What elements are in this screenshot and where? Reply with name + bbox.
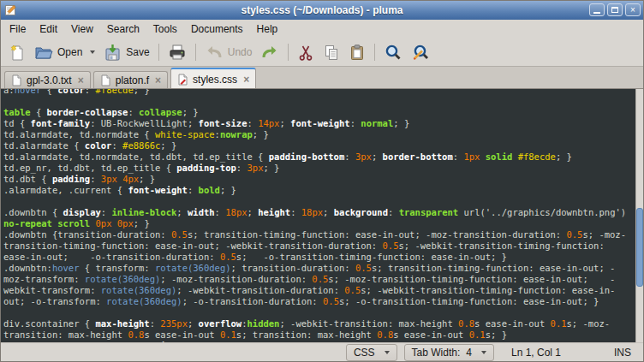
title-bar[interactable]: styles.css (~/Downloads) - pluma × (1, 1, 643, 20)
pluma-window: styles.css (~/Downloads) - pluma × File … (0, 0, 644, 362)
chevron-down-icon (481, 351, 486, 354)
code-line: transition: max-height 0.8s ease-in-out … (3, 329, 635, 341)
editor: a:hover { color: #f8ecde; }table { borde… (1, 88, 643, 342)
document-icon (100, 74, 111, 86)
tab-platon-f[interactable]: platon.f × (93, 71, 168, 88)
code-line: out; -o-transform: rotate(360deg); -o-tr… (3, 296, 635, 307)
close-icon: × (630, 6, 635, 15)
tab-gpl-3-0-txt[interactable]: gpl-3.0.txt × (4, 71, 91, 88)
menu-bar: File Edit View Search Tools Documents He… (1, 20, 643, 39)
code-line (3, 96, 635, 107)
document-modified-icon (177, 74, 188, 86)
copy-button[interactable] (319, 42, 344, 63)
tab-label: platon.f (116, 74, 149, 86)
document-icon (11, 74, 22, 86)
menu-file[interactable]: File (3, 21, 33, 38)
language-label: CSS (354, 347, 375, 359)
replace-button[interactable] (407, 42, 434, 63)
code-line: td.alarmdate, td.normdate, td.dbt, td.ep… (3, 151, 635, 163)
menu-help[interactable]: Help (250, 21, 285, 38)
minimize-button[interactable] (589, 3, 605, 16)
open-dropdown-chevron-icon[interactable] (90, 50, 95, 54)
maximize-button[interactable] (607, 3, 623, 16)
maximize-icon (611, 7, 618, 13)
toolbar-separator (374, 44, 375, 61)
tab-width-label: Tab Width: (412, 347, 461, 359)
tab-label: gpl-3.0.txt (27, 74, 72, 86)
text-view[interactable]: a:hover { color: #f8ecde; }table { borde… (1, 89, 635, 342)
tab-styles-css[interactable]: styles.css × (170, 68, 256, 88)
menu-documents[interactable]: Documents (184, 21, 250, 38)
open-button[interactable]: Open (30, 42, 99, 62)
open-button-label: Open (57, 46, 82, 58)
code-line (3, 196, 635, 207)
print-button[interactable] (164, 42, 191, 62)
paste-button[interactable] (344, 42, 370, 63)
insert-mode-indicator: INS (614, 347, 631, 359)
code-line: webkit-transform: rotate(360deg); -webki… (3, 285, 635, 296)
paste-clipboard-icon (349, 44, 366, 62)
search-icon (384, 44, 402, 62)
code-line: td.ep_nr, td.dbt, td.ep_title { padding-… (3, 163, 635, 174)
open-folder-icon (34, 44, 53, 61)
language-selector[interactable]: CSS (346, 344, 397, 361)
find-replace-icon (411, 44, 430, 62)
code-line: td.alarmdate { color: #e8866c; } (3, 140, 635, 151)
toolbar-separator (288, 44, 289, 61)
save-icon (104, 44, 122, 62)
redo-button[interactable] (256, 42, 283, 62)
cut-scissors-icon (297, 44, 314, 62)
code-line: no-repeat scroll 0px 0px; } (3, 218, 635, 229)
tab-close-icon[interactable]: × (155, 76, 161, 85)
toolbar-separator (158, 44, 159, 61)
code-area: a:hover { color: #f8ecde; }table { borde… (3, 89, 635, 342)
close-button[interactable]: × (625, 3, 641, 16)
code-line: .alarmdate, .current { font-weight: bold… (3, 185, 635, 196)
find-button[interactable] (379, 42, 407, 63)
code-line: ease-in-out; -o-transition-duration: 0.5… (3, 252, 635, 263)
status-bar: CSS Tab Width: 4 Ln 1, Col 1 INS (1, 342, 643, 361)
undo-button-label: Undo (228, 46, 253, 58)
code-line: div.scontainer { max-height: 235px; over… (3, 318, 635, 329)
scrollbar-thumb[interactable] (636, 208, 643, 287)
code-line: td.dbt { padding: 3px 4px; } (3, 174, 635, 185)
code-line: transition-timing-function: ease-in-out;… (3, 240, 635, 252)
code-line: table { border-collapse: collapse; } (3, 107, 635, 118)
code-line: td { font-family: UB-RockwellLight; font… (3, 118, 635, 129)
cut-button[interactable] (293, 42, 319, 63)
undo-icon (205, 44, 224, 61)
chevron-down-icon (385, 351, 390, 354)
cursor-position: Ln 1, Col 1 (511, 347, 605, 359)
print-icon (168, 44, 187, 61)
window-title: styles.css (~/Downloads) - pluma (1, 4, 643, 16)
code-line: .downbtn {transition-duration: 0.5s; tra… (3, 229, 635, 240)
code-line: .downbtn:hover { transform: rotate(360de… (3, 263, 635, 274)
vertical-scrollbar[interactable] (635, 89, 643, 342)
menu-edit[interactable]: Edit (33, 21, 64, 38)
minimize-icon (593, 12, 600, 14)
menu-view[interactable]: View (64, 21, 100, 38)
toolbar: Open Save (1, 39, 643, 67)
menu-search[interactable]: Search (100, 21, 146, 38)
tab-close-icon[interactable]: × (78, 76, 84, 85)
redo-icon (260, 44, 279, 61)
code-line: moz-transform: rotate(360deg); -moz-tran… (3, 274, 635, 285)
new-document-icon (9, 44, 26, 62)
code-line: .downbtn { display: inline-block; width:… (3, 207, 635, 218)
menu-tools[interactable]: Tools (146, 21, 184, 38)
code-line: td.alarmdate, td.normdate { white-space:… (3, 129, 635, 140)
tab-width-selector[interactable]: Tab Width: 4 (404, 344, 494, 361)
tab-width-value: 4 (466, 347, 472, 359)
pluma-app-icon (4, 3, 18, 17)
undo-button[interactable]: Undo (200, 42, 257, 62)
copy-icon (323, 44, 340, 62)
tab-bar: gpl-3.0.txt × platon.f × styles.css × (1, 67, 643, 88)
save-button-label: Save (126, 46, 149, 58)
tab-close-icon[interactable]: × (243, 75, 249, 84)
toolbar-separator (195, 44, 196, 61)
tab-label: styles.css (193, 74, 237, 86)
save-button[interactable]: Save (99, 42, 153, 63)
new-document-button[interactable] (4, 42, 30, 63)
code-line (3, 307, 635, 318)
code-line: a:hover { color: #f8ecde; } (3, 89, 635, 96)
